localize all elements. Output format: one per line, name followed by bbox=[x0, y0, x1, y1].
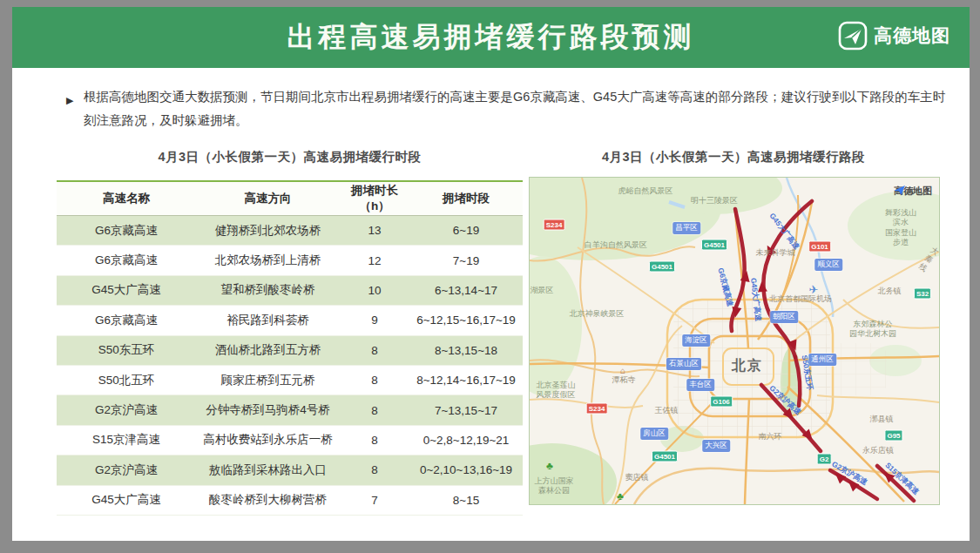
table-cell: G6京藏高速 bbox=[57, 306, 196, 335]
table-cell: 12 bbox=[340, 246, 409, 275]
road-shield: G101 bbox=[808, 241, 831, 253]
table-row: S50东五环酒仙桥北路到五方桥88~13,15~18 bbox=[57, 335, 523, 365]
place-label: 大秦线 bbox=[916, 245, 940, 275]
place-label: 南六环 bbox=[759, 432, 782, 442]
place-label: 舞彩浅山滨水 国家登山步道 bbox=[882, 208, 920, 247]
plane-icon: ✈ bbox=[809, 283, 819, 296]
road-shield: G106 bbox=[710, 396, 733, 408]
page-title: 出程高速易拥堵缓行路段预测 bbox=[12, 18, 970, 57]
congestion-table-body: G6京藏高速健翔桥到北郊农场桥136~19G6京藏高速北郊农场桥到上清桥127~… bbox=[57, 216, 523, 516]
table-cell: 敖临路到采林路出入口 bbox=[196, 455, 340, 485]
road-shield: G4501 bbox=[652, 451, 678, 462]
table-cell: 7 bbox=[340, 485, 409, 515]
table-row: S50北五环顾家庄桥到五元桥88~12,14~16,17~19 bbox=[57, 365, 523, 395]
slide: 出程高速易拥堵缓行路段预测 高德地图 ▶根据高德地图交通大数据预测，节日期间北京… bbox=[12, 7, 970, 541]
road-shield: G95 bbox=[884, 430, 902, 442]
table-cell: 裕民路到科荟桥 bbox=[196, 306, 340, 335]
place-label: 北京圣莲山 风景度假区 bbox=[537, 381, 576, 401]
congestion-table: 高速名称高速方向拥堵时长（h）拥堵时段 G6京藏高速健翔桥到北郊农场桥136~1… bbox=[57, 180, 523, 516]
road-shield: G4501 bbox=[701, 239, 727, 251]
table-cell: G6京藏高速 bbox=[57, 246, 196, 275]
highway-name-label: G45大广高速 bbox=[767, 212, 801, 253]
highway-name-label: S15京津高速 bbox=[882, 461, 921, 497]
place-label: 未来科学城 bbox=[756, 248, 795, 258]
place-label: 东郊森林公 园华北树木园 bbox=[849, 320, 896, 340]
road-shield: G2 bbox=[817, 454, 832, 465]
amap-logo-text: 高德地图 bbox=[874, 24, 950, 48]
table-cell: 7~13,15~17 bbox=[409, 395, 523, 425]
table-cell: 酸枣岭桥到大柳树营桥 bbox=[196, 485, 340, 515]
tree-icon: ♣ bbox=[546, 460, 553, 472]
road-shield: S234 bbox=[586, 403, 608, 415]
district-label: 通州区 bbox=[808, 354, 836, 366]
district-label: 顺义区 bbox=[814, 259, 842, 271]
table-title: 4月3日（小长假第一天）高速易拥堵缓行时段 bbox=[57, 149, 523, 165]
column-header: 高速名称 bbox=[57, 181, 196, 216]
table-cell: 0~2,10~13,16~19 bbox=[409, 455, 523, 485]
header-bar: 出程高速易拥堵缓行路段预测 高德地图 bbox=[12, 7, 970, 68]
place-label: 湖景区 bbox=[531, 286, 554, 295]
table-cell: G45大广高速 bbox=[57, 485, 196, 515]
table-cell: 8 bbox=[340, 335, 409, 365]
intro-text: 根据高德地图交通大数据预测，节日期间北京市出程易拥堵缓行的高速主要是G6京藏高速… bbox=[84, 90, 945, 127]
table-cell: 健翔桥到北郊农场桥 bbox=[196, 216, 340, 246]
table-cell: 8 bbox=[340, 455, 409, 485]
temple-icon: ⌂ bbox=[620, 366, 625, 375]
congestion-table-header-row: 高速名称高速方向拥堵时长（h）拥堵时段 bbox=[57, 181, 523, 216]
highway-name-label: G2京沪高速 bbox=[767, 383, 803, 417]
place-label: 潭柘寺 bbox=[612, 375, 636, 385]
table-cell: 6~12,15~16,17~19 bbox=[409, 306, 523, 335]
place-label: 虎峪自然风景区 bbox=[618, 186, 673, 196]
table-cell: 8 bbox=[340, 365, 409, 395]
place-label: 北务镇 bbox=[878, 287, 902, 296]
map-labels: 昌平区顺义区海淀区朝阳区通州区丰台区石景山区房山区大兴区G4501G4501G4… bbox=[530, 178, 939, 504]
district-label: 房山区 bbox=[640, 428, 668, 440]
table-cell: 6~13,14~17 bbox=[409, 275, 523, 305]
map-watermark: 高德地图 bbox=[894, 185, 932, 198]
place-label: 北京神泉峡景区 bbox=[570, 309, 625, 319]
table-cell: 北郊农场桥到上清桥 bbox=[196, 246, 340, 275]
table-cell: 9 bbox=[340, 306, 409, 335]
table-cell: 望和桥到酸枣岭桥 bbox=[196, 275, 340, 305]
district-label: 朝阳区 bbox=[770, 311, 798, 323]
district-label: 丰台区 bbox=[686, 379, 714, 391]
table-row: G6京藏高速北郊农场桥到上清桥127~19 bbox=[57, 246, 523, 275]
district-label: 海淀区 bbox=[682, 334, 710, 347]
bullet-arrow-icon: ▶ bbox=[66, 91, 73, 109]
highway-name-label: G6京藏高速 bbox=[714, 267, 734, 308]
place-label: 上方山国家 森林公园 bbox=[535, 476, 574, 496]
amap-watermark-icon bbox=[894, 185, 905, 196]
column-header: 高速方向 bbox=[196, 181, 340, 216]
district-label: 昌平区 bbox=[672, 222, 700, 234]
city-label: 北京 bbox=[732, 357, 763, 375]
column-header: 拥堵时段 bbox=[409, 181, 523, 216]
table-row: G6京藏高速裕民路到科荟桥96~12,15~16,17~19 bbox=[57, 306, 523, 335]
district-label: 大兴区 bbox=[702, 440, 730, 452]
district-label: 石景山区 bbox=[666, 358, 701, 370]
table-cell: 10 bbox=[340, 275, 409, 305]
table-cell: 6~19 bbox=[409, 216, 523, 246]
table-cell: 8 bbox=[340, 425, 409, 455]
table-row: G45大广高速望和桥到酸枣岭桥106~13,14~17 bbox=[57, 275, 523, 305]
amap-logo-icon bbox=[838, 21, 868, 51]
table-cell: G2京沪高速 bbox=[57, 395, 196, 425]
place-label: 永乐店镇 bbox=[862, 446, 894, 455]
table-row: G45大广高速酸枣岭桥到大柳树营桥78~15 bbox=[57, 485, 523, 515]
table-cell: 高村收费站到永乐店一桥 bbox=[196, 425, 340, 455]
table-cell: G45大广高速 bbox=[57, 275, 196, 305]
table-cell: 8~12,14~16,17~19 bbox=[409, 365, 523, 395]
highway-name-label: G45大广高速 bbox=[747, 277, 763, 321]
table-cell: 酒仙桥北路到五方桥 bbox=[196, 335, 340, 365]
congestion-map: 昌平区顺义区海淀区朝阳区通州区丰台区石景山区房山区大兴区G4501G4501G4… bbox=[529, 177, 940, 505]
table-cell: 8~13,15~18 bbox=[409, 335, 523, 365]
table-cell: 8 bbox=[340, 395, 409, 425]
table-cell: G2京沪高速 bbox=[57, 455, 196, 485]
table-cell: 13 bbox=[340, 216, 409, 246]
highway-name-label: G2京沪高速 bbox=[829, 459, 868, 488]
road-shield: S32 bbox=[914, 288, 931, 300]
road-shield: G4501 bbox=[649, 261, 675, 273]
table-cell: 分钟寺桥到马驹桥4号桥 bbox=[196, 395, 340, 425]
table-cell: S50北五环 bbox=[57, 365, 196, 395]
table-cell: S15京津高速 bbox=[57, 425, 196, 455]
table-cell: 0~2,8~12,19~21 bbox=[409, 425, 523, 455]
